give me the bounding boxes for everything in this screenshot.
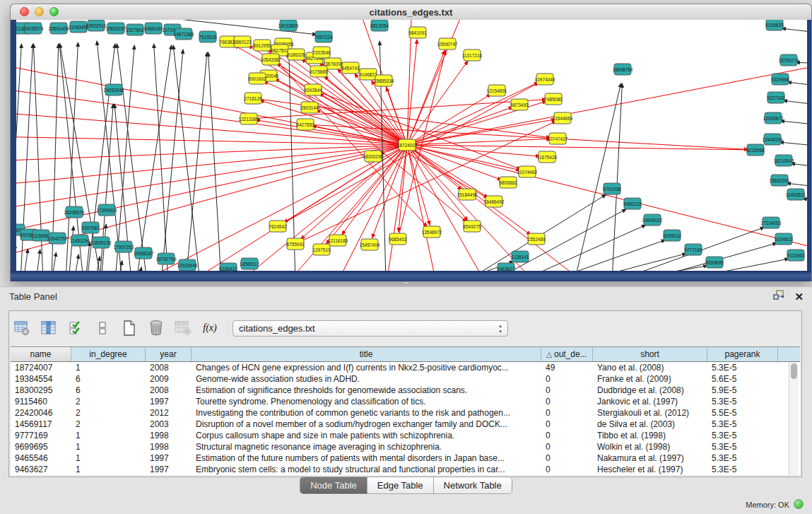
table-row[interactable]: 911546021997Tourette syndrome. Phenomeno… — [11, 396, 800, 407]
graph-node[interactable]: 10653287 — [106, 23, 126, 34]
table-cell[interactable]: 0 — [541, 465, 593, 474]
graph-node[interactable]: 10747427 — [548, 133, 568, 144]
table-cell[interactable]: Yano et al. (2008) — [593, 363, 707, 373]
graph-node[interactable]: 26206576 — [64, 206, 85, 218]
graph-node[interactable]: 12116185 — [328, 235, 348, 246]
graph-node[interactable]: 7203546 — [312, 47, 331, 58]
table-cell[interactable]: 1 — [71, 465, 146, 474]
table-cell[interactable]: 5.3E-5 — [707, 419, 778, 429]
graph-node[interactable]: 12213389 — [239, 113, 259, 124]
graph-node[interactable]: 16648784 — [613, 64, 633, 75]
table-cell[interactable]: Estimation of significance thresholds fo… — [192, 385, 541, 395]
graph-node[interactable]: 12093872 — [763, 112, 784, 124]
graph-node[interactable]: 8860123 — [233, 36, 252, 47]
table-cell[interactable]: 0 — [541, 419, 593, 429]
table-cell[interactable]: Corpus callosum shape and size in male p… — [192, 431, 541, 440]
graph-node[interactable]: 16486492 — [484, 196, 505, 207]
graph-node[interactable]: 8186328 — [287, 49, 305, 60]
graph-node[interactable]: 8215958 — [746, 144, 765, 156]
graph-node[interactable]: 17359924 — [97, 204, 117, 216]
row-select-icon[interactable] — [67, 319, 84, 337]
table-cell[interactable]: 5.3E-5 — [707, 363, 778, 373]
graph-node[interactable]: 7515526 — [199, 31, 217, 42]
graph-node[interactable]: 10543382 — [261, 54, 281, 65]
zoom-window-button[interactable] — [49, 7, 59, 16]
graph-node[interactable]: 9397587 — [81, 222, 100, 233]
scrollbar-thumb[interactable] — [791, 363, 797, 379]
tab-edge-table[interactable]: Edge Table — [367, 477, 434, 493]
table-cell[interactable]: 0 — [541, 385, 593, 395]
graph-node[interactable]: 9115460 — [787, 250, 805, 261]
graph-node[interactable]: 9806862 — [499, 177, 517, 188]
table-cell[interactable]: Structural magnetic resonance image aver… — [192, 442, 541, 452]
table-cell[interactable]: 0 — [541, 408, 593, 418]
table-cell[interactable]: Franke et al. (2009) — [593, 374, 707, 384]
table-row[interactable]: 977716911998Corpus callosum shape and si… — [11, 430, 800, 441]
table-cell[interactable]: 0 — [541, 397, 593, 407]
table-cell[interactable]: 2008 — [146, 363, 192, 373]
table-row[interactable]: 1830029562008Estimation of significance … — [11, 385, 800, 396]
table-row[interactable]: 1872400712008Changes of HCN gene express… — [11, 362, 800, 373]
table-cell[interactable]: 0 — [541, 442, 593, 452]
graph-node[interactable]: 1552489 — [527, 233, 546, 245]
graph-node[interactable]: 9175685 — [310, 66, 328, 77]
close-panel-icon[interactable]: ✕ — [794, 291, 804, 303]
graph-node[interactable]: 24035574 — [23, 23, 44, 34]
graph-node[interactable]: 19502310 — [86, 20, 107, 31]
column-header-name[interactable]: name — [11, 347, 71, 361]
table-cell[interactable]: 22420046 — [11, 408, 71, 418]
graph-node[interactable]: 17104063 — [761, 217, 782, 228]
graph-node[interactable]: 13548972 — [422, 226, 442, 238]
table-row[interactable]: 946554611997Estimation of the future num… — [11, 452, 800, 464]
table-cell[interactable]: de Silva et al. (2003) — [593, 419, 707, 429]
graph-node[interactable]: 12942757 — [47, 233, 68, 244]
table-cell[interactable]: 9777169 — [11, 431, 71, 440]
graph-node[interactable]: 1297510 — [312, 244, 331, 255]
table-cell[interactable]: 1 — [71, 442, 146, 452]
table-cell[interactable]: 14569117 — [11, 419, 71, 429]
table-row[interactable]: 1456911722003Disruption of a novel membe… — [11, 419, 800, 430]
close-window-button[interactable] — [20, 7, 29, 16]
table-row[interactable]: 969969511998Structural magnetic resonanc… — [11, 441, 800, 452]
table-cell[interactable]: 2009 — [146, 374, 192, 384]
graph-node[interactable]: 9841091 — [408, 27, 427, 38]
graph-node[interactable]: 9329966 — [771, 74, 789, 85]
table-cell[interactable]: Nakamura et al. (1997) — [593, 453, 707, 463]
table-cell[interactable]: 1997 — [146, 397, 192, 407]
graph-node[interactable]: 16210643 — [774, 155, 794, 166]
table-cell[interactable]: 5.9E-5 — [707, 385, 778, 395]
graph-node[interactable]: 11074462 — [517, 166, 538, 177]
graph-node[interactable]: 10974349 — [535, 74, 555, 85]
graph-node[interactable]: 15885334 — [374, 75, 394, 86]
graph-node[interactable]: 1527602 — [126, 24, 144, 35]
graph-node[interactable]: 9227342 — [767, 92, 785, 103]
table-cell[interactable]: Investigating the contribution of common… — [192, 408, 541, 418]
table-cell[interactable]: 2008 — [146, 385, 192, 395]
graph-node[interactable]: 9463627 — [497, 263, 515, 271]
table-cell[interactable]: 19384554 — [11, 374, 71, 384]
graph-node[interactable]: 20691406 — [49, 23, 69, 34]
graph-node[interactable]: 11675424 — [537, 151, 558, 163]
network-canvas[interactable]: 7663822886012389129551822605898275038186… — [16, 20, 807, 271]
table-cell[interactable]: 0 — [541, 374, 593, 384]
graph-node[interactable]: 8813054 — [370, 20, 389, 31]
table-cell[interactable]: 2 — [71, 419, 146, 429]
graph-node[interactable]: 8427552 — [296, 119, 314, 130]
table-cell[interactable]: 9115460 — [11, 397, 71, 407]
column-header-pagerank[interactable]: pagerank — [707, 347, 778, 361]
table-cell[interactable]: 1 — [71, 431, 146, 440]
column-header-title[interactable]: title — [192, 347, 541, 361]
function-builder-icon[interactable]: f(x) — [201, 319, 218, 337]
table-cell[interactable]: 1998 — [146, 431, 192, 440]
table-cell[interactable]: 5.3E-5 — [707, 431, 778, 440]
column-header-year[interactable]: year — [146, 347, 192, 361]
table-cell[interactable]: 5.3E-5 — [707, 465, 778, 474]
table-cell[interactable]: 2 — [71, 408, 146, 418]
table-cell[interactable]: 18724007 — [11, 363, 71, 373]
graph-node[interactable]: 9245012 — [663, 230, 681, 241]
graph-node[interactable]: 13505135 — [91, 237, 112, 248]
graph-node[interactable]: 10958187 — [134, 247, 154, 259]
graph-node[interactable]: 9685402 — [389, 233, 407, 245]
table-cell[interactable]: Jankovic et al. (1997) — [593, 397, 707, 407]
graph-node[interactable]: 14671388 — [174, 28, 194, 40]
